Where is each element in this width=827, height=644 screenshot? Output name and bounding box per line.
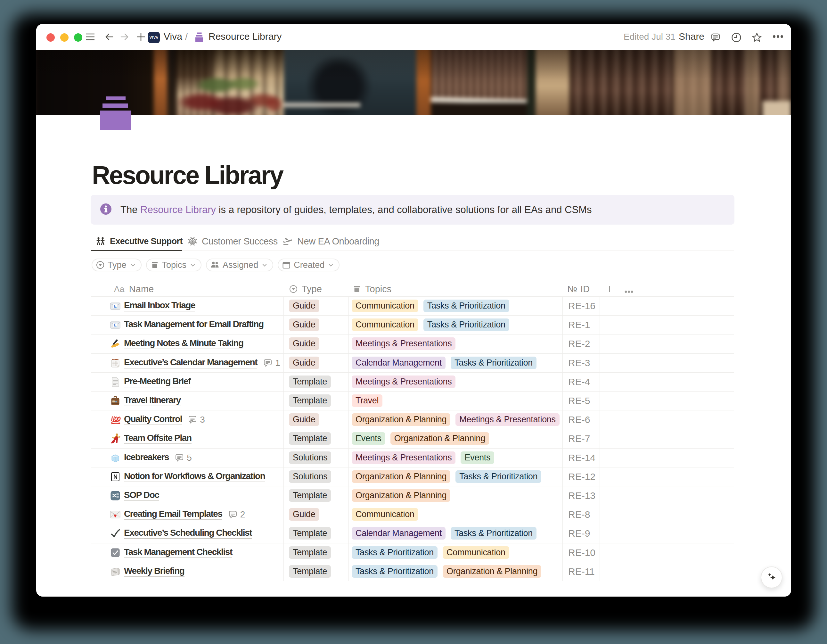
svg-text:E: E bbox=[114, 323, 117, 327]
svg-text:E: E bbox=[114, 304, 117, 308]
